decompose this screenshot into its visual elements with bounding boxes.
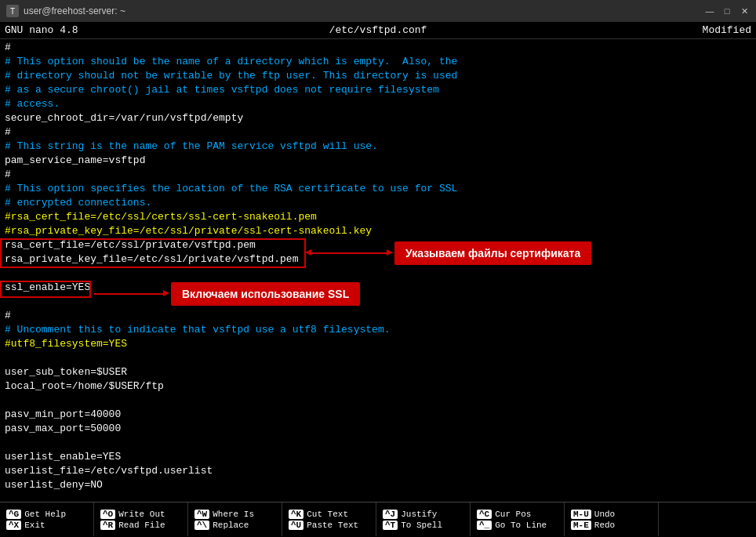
key-badge: ^X xyxy=(6,521,21,530)
shortcut-label: Justify xyxy=(401,510,437,519)
shortcut-group: M-UUndoM-ERedo xyxy=(565,503,659,536)
key-badge: ^W xyxy=(194,510,209,519)
key-badge: ^\ xyxy=(194,521,209,530)
code-line: #utf8_filesystem=YES xyxy=(5,337,751,351)
code-line: userlist_file=/etc/vsftpd.userlist xyxy=(5,464,751,478)
code-line: userlist_enable=YES xyxy=(5,450,751,464)
shortcut-label: Exit xyxy=(24,521,45,530)
key-badge: M-U xyxy=(571,510,591,519)
terminal-icon: T xyxy=(6,5,19,17)
minimize-button[interactable]: — xyxy=(704,5,715,16)
key-badge: ^C xyxy=(477,510,492,519)
code-line xyxy=(5,351,751,365)
shortcut-label: Where Is xyxy=(213,510,254,519)
shortcut-label: Cur Pos xyxy=(495,510,531,519)
shortcut-label: Read File xyxy=(118,521,165,530)
shortcut-label: Undo xyxy=(594,510,615,519)
close-button[interactable]: ✕ xyxy=(739,5,750,16)
editor-area[interactable]: ## This option should be the name of a d… xyxy=(0,39,756,502)
key-badge: ^O xyxy=(100,510,115,519)
shortcut-label: Cut Text xyxy=(307,510,348,519)
code-line: secure_chroot_dir=/var/run/vsftpd/empty xyxy=(5,111,751,125)
code-line xyxy=(5,394,751,408)
key-badge: ^R xyxy=(100,521,115,530)
code-line: user_sub_token=$USER xyxy=(5,365,751,379)
key-badge: ^_ xyxy=(477,521,492,530)
code-line: # This option specifies the location of … xyxy=(5,182,751,196)
key-badge: ^U xyxy=(289,521,303,530)
nano-file-path: /etc/vsftpd.conf xyxy=(191,24,565,36)
code-line: pam_service_name=vsftpd xyxy=(5,154,751,168)
key-badge: ^K xyxy=(289,510,303,519)
code-line: # xyxy=(5,41,751,55)
code-line: # xyxy=(5,309,751,323)
shortcut-label: Write Out xyxy=(118,510,165,519)
code-line xyxy=(5,436,751,450)
window-title: user@freehost-server: ~ xyxy=(24,5,704,16)
shortcut-label: Redo xyxy=(594,521,615,530)
shortcut-group: ^WWhere Is^\Replace xyxy=(188,503,282,536)
maximize-button[interactable]: □ xyxy=(721,5,732,16)
code-line: local_root=/home/$USER/ftp xyxy=(5,379,751,394)
code-line: #rsa_cert_file=/etc/ssl/certs/ssl-cert-s… xyxy=(5,210,751,224)
code-line: # Uncomment this to indicate that vsftpd… xyxy=(5,323,751,337)
shortcut-label: Go To Line xyxy=(495,521,547,530)
window-controls: — □ ✕ xyxy=(704,5,750,16)
titlebar: T user@freehost-server: ~ — □ ✕ xyxy=(0,0,756,22)
nano-header: GNU nano 4.8 /etc/vsftpd.conf Modified xyxy=(0,22,756,39)
code-line: rsa_private_key_file=/etc/ssl/private/vs… xyxy=(5,252,751,267)
code-line: # encrypted connections. xyxy=(5,196,751,210)
code-line: pasv_max_port=50000 xyxy=(5,422,751,436)
shortcut-label: To Spell xyxy=(401,521,442,530)
key-badge: ^G xyxy=(6,510,21,519)
nano-app-title: GNU nano 4.8 xyxy=(5,24,191,36)
code-line: userlist_deny=NO xyxy=(5,478,751,492)
code-line: # access. xyxy=(5,97,751,111)
code-line xyxy=(5,295,751,309)
nano-modified-status: Modified xyxy=(565,24,751,36)
key-badge: M-E xyxy=(571,521,591,530)
code-line xyxy=(5,267,751,281)
shortcut-label: Get Help xyxy=(24,510,66,519)
code-lines: ## This option should be the name of a d… xyxy=(5,41,751,492)
shortcut-group: ^GGet Help^XExit xyxy=(0,503,94,536)
shortcut-label: Replace xyxy=(213,521,249,530)
code-line: # xyxy=(5,168,751,182)
code-line: rsa_cert_file=/etc/ssl/private/vsftpd.pe… xyxy=(5,238,751,252)
shortcut-bar: ^GGet Help^XExit^OWrite Out^RRead File^W… xyxy=(0,502,756,536)
key-badge: ^T xyxy=(383,521,398,530)
shortcut-group: ^CCur Pos^_Go To Line xyxy=(471,503,565,536)
code-line: #rsa_private_key_file=/etc/ssl/private/s… xyxy=(5,224,751,238)
shortcut-group: ^OWrite Out^RRead File xyxy=(94,503,188,536)
key-badge: ^J xyxy=(383,510,398,519)
shortcut-group: ^KCut Text^UPaste Text xyxy=(282,503,376,536)
shortcut-group: ^JJustify^TTo Spell xyxy=(376,503,471,536)
code-line: # This option should be the name of a di… xyxy=(5,55,751,69)
code-line: pasv_min_port=40000 xyxy=(5,408,751,422)
code-line: # directory should not be writable by th… xyxy=(5,69,751,83)
code-line: ssl_enable=YES xyxy=(5,281,751,295)
code-line: # as a secure chroot() jail at times vsf… xyxy=(5,83,751,97)
shortcut-label: Paste Text xyxy=(307,521,358,530)
code-line: # xyxy=(5,125,751,140)
code-line: # This string is the name of the PAM ser… xyxy=(5,140,751,154)
